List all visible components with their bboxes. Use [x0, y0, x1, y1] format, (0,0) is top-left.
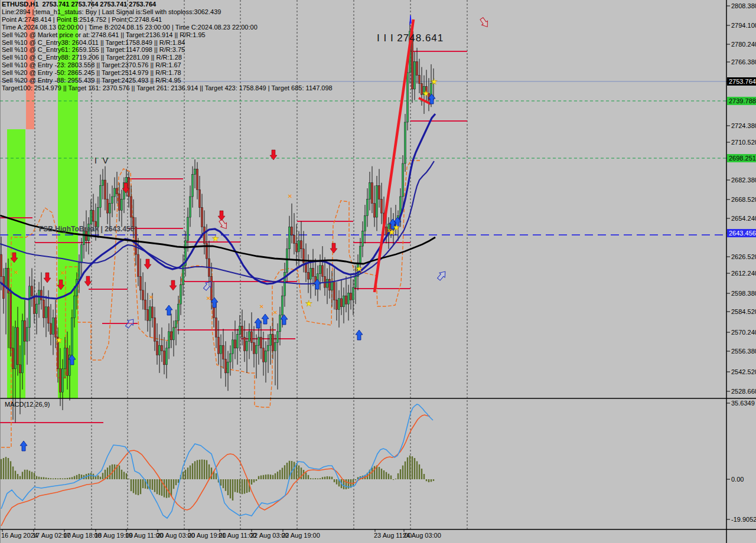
price-label: 2654.240	[731, 215, 756, 223]
info-line: Sell %10 @ C_Entry61: 2659.155 || Target…	[2, 46, 333, 54]
svg-text:✕: ✕	[273, 309, 278, 316]
price-label: 2766.380	[731, 58, 756, 66]
price-label: 2668.520	[731, 196, 756, 204]
time-label: 22 Aug 19:00	[282, 532, 320, 539]
price-level-badge: 2698.251	[727, 154, 756, 162]
svg-text:★: ★	[431, 77, 438, 86]
svg-text:★: ★	[422, 89, 430, 98]
info-overlay: ETHUSD,H1 2753.741 2753.764 2753.741 275…	[2, 1, 333, 92]
svg-text:★: ★	[56, 335, 63, 345]
svg-text:✕: ✕	[259, 303, 264, 310]
info-line: Sell %10 @ C_Entry88: 2719.206 || Target…	[2, 54, 333, 61]
info-line: Target100: 2514.979 || Target 161: 2370.…	[2, 84, 333, 92]
svg-text:★: ★	[393, 223, 400, 232]
macd-indicator-label: MACD(12,26,9)	[5, 401, 50, 408]
price-label: 2710.520	[731, 139, 756, 146]
info-line: Point A:2748.414 | Point B:2514.752 | Po…	[2, 16, 333, 24]
svg-text:✕: ✕	[206, 295, 211, 302]
price-label: 2528.660	[731, 388, 756, 395]
price-label: 2570.240	[731, 329, 756, 336]
trend-lines[interactable]	[374, 15, 431, 292]
price-label: 2724.380	[731, 122, 756, 130]
price-label: 2612.240	[731, 270, 756, 277]
svg-text:★: ★	[212, 234, 220, 243]
mt4-chart-window: ★★★★★★★★✕✕✕✕✕✕✕✕ ETHUSD,H1 2753.741 2753…	[0, 0, 756, 543]
price-label: 2808.380	[731, 2, 756, 10]
price-level-badge: 2753.764	[727, 77, 756, 86]
wave-iv-label: I V	[94, 156, 110, 165]
price-label: 2556.380	[731, 348, 756, 355]
fsb-high-to-break-label: FSB HighToBreak | 2643.456	[39, 225, 134, 233]
macd-scale-label: -19.9052	[731, 516, 756, 524]
price-label: 2780.240	[731, 41, 756, 48]
price-label: 2584.520	[731, 308, 756, 316]
svg-text:✕: ✕	[149, 294, 154, 300]
svg-text:★: ★	[356, 264, 363, 273]
info-line: Time A:2024.08.13 02:00:00 | Time B:2024…	[2, 24, 333, 31]
price-label: 2794.100	[731, 22, 756, 30]
price-label: 2598.380	[731, 290, 756, 297]
info-line: Line:2894 | tema_h1_status: Buy | Last S…	[2, 8, 333, 16]
macd-scale-label: 0.00	[731, 476, 744, 483]
svg-text:✕: ✕	[14, 269, 18, 276]
price-label: 2626.520	[731, 253, 756, 261]
price-label: 2542.520	[731, 368, 756, 376]
info-line: Sell %20 @ Entry -88: 2955.439 || Target…	[2, 77, 333, 84]
price-level-badge: 2739.788	[727, 97, 756, 105]
time-label: 24 Aug 03:00	[403, 532, 441, 539]
wave-iii-price-label: I I I 2748.641	[377, 32, 444, 44]
info-line: Sell %10 @ Entry -23: 2803.558 || Target…	[2, 61, 333, 69]
info-line: Sell %20 @ Entry -50: 2865.245 || Target…	[2, 69, 333, 77]
svg-text:★: ★	[305, 299, 313, 308]
price-level-badge: 2643.456	[727, 229, 756, 237]
info-line: Sell %10 @ C_Entry38: 2604.011 || Target…	[2, 39, 333, 47]
price-label: 2682.380	[731, 176, 756, 184]
info-line: ETHUSD,H1 2753.741 2753.764 2753.741 275…	[2, 1, 333, 8]
macd-scale-label: 35.6349	[731, 400, 755, 407]
svg-text:✕: ✕	[288, 193, 292, 199]
svg-text:✕: ✕	[387, 227, 392, 234]
info-line: Sell %20 @ Market price or at: 2748.641 …	[2, 31, 333, 39]
svg-text:✕: ✕	[60, 270, 65, 276]
